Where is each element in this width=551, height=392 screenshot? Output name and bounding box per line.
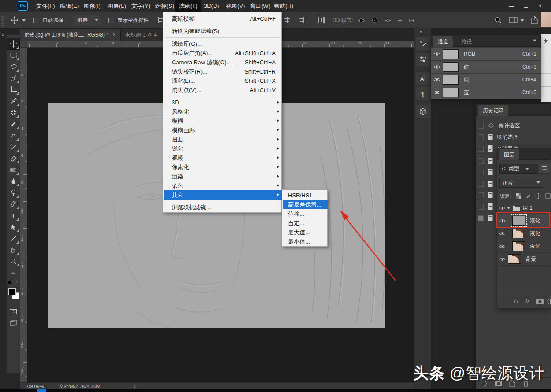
add-mask-icon[interactable]	[536, 299, 544, 305]
tab-document-inactive[interactable]: 未标题-1 @ 4	[120, 29, 170, 41]
channel-thumbnail[interactable]	[443, 62, 459, 72]
submenu-item-hsb-hsl[interactable]: HSB/HSL	[283, 191, 328, 200]
menu-item-noise[interactable]: 杂色	[164, 181, 282, 190]
layer-style-icon[interactable]: fx	[525, 297, 530, 304]
tab-paths[interactable]: 路径	[457, 36, 476, 47]
align-right-icon[interactable]	[298, 17, 304, 23]
close-button[interactable]: ×	[533, 0, 547, 12]
healing-patch-tool[interactable]	[7, 107, 19, 118]
history-source-well[interactable]	[478, 181, 484, 187]
maximize-button[interactable]	[518, 0, 533, 12]
workspace-icon[interactable]	[509, 17, 518, 25]
menu-item-browse-filters-online[interactable]: 浏览联机滤镜...	[164, 203, 282, 212]
3d-roll-icon[interactable]	[371, 17, 378, 26]
character-panel-icon[interactable]: A|	[416, 72, 430, 85]
menu-item-blur-gallery[interactable]: 模糊画廊	[164, 126, 282, 135]
submenu-item-maximum[interactable]: 最大值...	[283, 228, 328, 237]
path-selection-tool[interactable]	[7, 222, 19, 233]
3d-zoom-icon[interactable]	[408, 17, 415, 26]
clone-stamp-tool[interactable]	[7, 130, 19, 141]
menu-item-convert-smart-filters[interactable]: 转换为智能滤镜(S)	[164, 26, 282, 37]
menu-help[interactable]: 帮助(H)	[270, 0, 297, 12]
menu-window[interactable]: 窗口(W)	[246, 0, 274, 12]
menu-item-adaptive-wide-angle[interactable]: 自适应广角(A)...Alt+Shift+Ctrl+A	[164, 48, 282, 58]
submenu-item-offset[interactable]: 位移...	[283, 209, 328, 218]
crop-tool[interactable]	[7, 84, 19, 95]
tab-close-icon[interactable]: ×	[113, 32, 116, 38]
adjustment-layer-icon[interactable]	[547, 298, 551, 305]
link-layers-icon[interactable]	[512, 299, 520, 304]
submenu-item-high-pass[interactable]: 高反差保留...	[283, 200, 328, 209]
menu-item-pixelate[interactable]: 像素化	[164, 163, 282, 172]
layer-row[interactable]: 液化一	[497, 227, 551, 240]
visibility-toggle[interactable]	[497, 244, 507, 248]
lock-position-icon[interactable]	[535, 193, 541, 199]
visibility-toggle[interactable]	[431, 90, 443, 95]
3d-panel-icon[interactable]	[416, 105, 430, 118]
brush-tool[interactable]	[7, 118, 19, 129]
layer-thumbnail[interactable]	[512, 241, 525, 251]
visibility-toggle[interactable]	[431, 52, 443, 56]
visibility-toggle[interactable]	[497, 232, 507, 236]
3d-pan-icon[interactable]	[384, 17, 392, 26]
menu-file[interactable]: 文件(F)	[33, 0, 59, 12]
collapse-dock-icon[interactable]: «	[420, 29, 422, 34]
quick-mask-button[interactable]	[7, 306, 19, 317]
eraser-tool[interactable]	[7, 153, 19, 164]
submenu-item-custom[interactable]: 自定...	[283, 218, 328, 228]
tool-presets-panel-icon[interactable]	[416, 53, 430, 66]
lock-transparency-icon[interactable]	[516, 193, 522, 199]
paragraph-panel-icon[interactable]: ¶	[416, 87, 430, 100]
zoom-tool[interactable]	[7, 256, 19, 267]
menu-item-blur[interactable]: 模糊	[164, 116, 282, 126]
history-source-well[interactable]	[478, 134, 484, 140]
share-icon[interactable]	[530, 16, 538, 26]
channel-row-rgb[interactable]: RGB Ctrl+2	[431, 48, 541, 60]
channel-thumbnail[interactable]	[443, 88, 459, 97]
channel-thumbnail[interactable]	[443, 75, 459, 85]
menu-select[interactable]: 选择(S)	[152, 0, 178, 12]
search-icon[interactable]	[494, 16, 502, 26]
pen-tool[interactable]	[7, 199, 19, 210]
3d-slide-icon[interactable]	[396, 17, 404, 26]
history-source-well[interactable]	[478, 158, 484, 164]
tab-channels[interactable]: 通道	[433, 36, 453, 47]
menu-item-3d[interactable]: 3D	[164, 98, 282, 107]
lasso-tool[interactable]	[7, 61, 19, 72]
menu-item-filter-gallery[interactable]: 滤镜库(G)...	[164, 39, 282, 48]
layer-row-background[interactable]: 背景	[497, 253, 551, 266]
minimize-button[interactable]	[504, 0, 518, 12]
menu-item-distort[interactable]: 扭曲	[164, 135, 282, 144]
menu-filter[interactable]: 滤镜(T)	[175, 0, 201, 12]
history-source-well[interactable]	[478, 146, 484, 152]
eyedropper-tool[interactable]	[7, 96, 19, 107]
panel-menu-icon[interactable]: ≡	[533, 37, 536, 43]
workspace-caret[interactable]	[521, 19, 524, 22]
visibility-toggle[interactable]	[431, 65, 443, 69]
gradient-tool[interactable]	[7, 164, 19, 175]
menu-image[interactable]: 图像(I)	[80, 0, 104, 12]
line-tool[interactable]	[7, 233, 19, 244]
toolbar-expand-icon[interactable]: »	[2, 32, 4, 37]
history-source-well[interactable]	[478, 204, 484, 210]
menu-3d[interactable]: 3D(D)	[200, 0, 223, 12]
default-swap-colors[interactable]	[7, 281, 20, 287]
hand-tool[interactable]	[7, 244, 19, 255]
layer-row[interactable]: 液化	[497, 240, 551, 253]
menu-view[interactable]: 视图(V)	[222, 0, 248, 12]
visibility-toggle[interactable]	[497, 257, 507, 261]
visibility-toggle[interactable]	[431, 78, 443, 82]
history-step[interactable]: 修补选区	[476, 120, 551, 131]
type-tool[interactable]: T	[7, 210, 19, 221]
menu-item-camera-raw[interactable]: Camera Raw 滤镜(C)...Shift+Ctrl+A	[164, 58, 282, 67]
menu-item-last-filter[interactable]: 高斯模糊Alt+Ctrl+F	[164, 14, 282, 24]
history-brush-tool[interactable]	[7, 141, 19, 152]
zoom-level-field[interactable]: 109.09%	[22, 383, 47, 389]
group-expand-caret[interactable]	[507, 207, 510, 209]
options-grip[interactable]	[1, 15, 4, 26]
menu-item-video[interactable]: 视频	[164, 153, 282, 163]
channel-row-red[interactable]: 红 Ctrl+3	[431, 61, 541, 73]
menu-item-vanishing-point[interactable]: 消失点(V)...Alt+Ctrl+V	[164, 85, 282, 95]
tab-document-active[interactable]: 磨皮.jpg @ 109% (液化二, RGB/8) *×	[20, 29, 120, 41]
menu-item-other[interactable]: 其它	[164, 190, 282, 200]
